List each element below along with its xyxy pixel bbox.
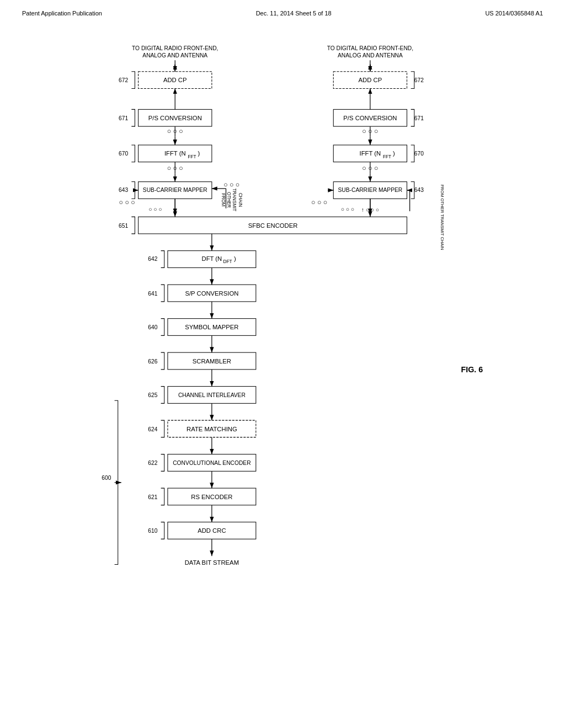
from-other-left-label3: TRANSMIT: [232, 188, 237, 211]
subcarrier-left-ref: 643: [119, 187, 128, 193]
subcarrier-right-label: SUB-CARRIER MAPPER: [338, 187, 402, 193]
sp-ref: 641: [148, 291, 157, 297]
addcrc-ref: 610: [148, 528, 157, 534]
title-right-line2: ANALOG AND ANTENNA: [338, 52, 403, 58]
title-left-line2: ANALOG AND ANTENNA: [142, 52, 207, 58]
symmap-ref: 640: [148, 324, 157, 330]
dots-above-from-other-left: ○ ○ ○: [223, 181, 239, 189]
header-right: US 2014/0365848 A1: [485, 10, 543, 17]
ps-right-label: P/S CONVERSION: [343, 115, 397, 121]
from-other-left-label4: CHAIN: [238, 193, 243, 207]
from-other-left-label2: OTHER: [226, 192, 231, 208]
ps-left-ref: 671: [119, 115, 128, 121]
system-ref: 600: [102, 475, 111, 481]
dots-left-of-subcarrier-left: ○ ○ ○: [119, 199, 135, 206]
dft-sub: DFT: [223, 259, 232, 264]
ps-right-ref: 671: [414, 115, 424, 121]
convenc-ref: 622: [148, 460, 157, 466]
data-bit-stream-label: DATA BIT STREAM: [185, 559, 239, 566]
ifft-left-label: IFFT (N: [164, 150, 186, 157]
ratematching-label: RATE MATCHING: [186, 426, 237, 432]
from-other-right: FROM OTHER TRANSMIT CHAIN: [440, 185, 445, 250]
header-middle: Dec. 11, 2014 Sheet 5 of 18: [256, 10, 332, 17]
scrambler-label: SCRAMBLER: [193, 358, 231, 365]
ifft-left-paren: ): [198, 150, 200, 157]
title-right-line1: TO DIGITAL RADIO FRONT-END,: [327, 45, 413, 51]
header-left: Patent Application Publication: [22, 10, 102, 17]
ratematching-ref: 624: [148, 426, 157, 432]
addcrc-label: ADD CRC: [198, 527, 226, 534]
dft-paren: ): [234, 255, 236, 262]
symmap-label: SYMBOL MAPPER: [185, 324, 238, 330]
ifft-left-sub: FFT: [188, 154, 196, 159]
scrambler-ref: 626: [148, 358, 157, 365]
dots-below-subcarrier-left: ○ ○ ○: [148, 206, 162, 212]
diagram-svg: TO DIGITAL RADIO FRONT-END, ANALOG AND A…: [48, 33, 517, 711]
chinterleaver-label: CHANNEL INTERLEAVER: [178, 392, 246, 398]
addcp-left-ref: 672: [119, 77, 128, 83]
sfbc-ref: 651: [119, 223, 128, 229]
ifft-right-sub: FFT: [383, 154, 391, 159]
dft-label: DFT (N: [202, 255, 222, 262]
diagram-container: TO DIGITAL RADIO FRONT-END, ANALOG AND A…: [0, 22, 565, 717]
ifft-right-ref: 670: [414, 151, 424, 157]
page-header: Patent Application Publication Dec. 11, …: [0, 0, 565, 22]
ifft-right-label: IFFT (N: [360, 150, 381, 157]
sp-label: S/P CONVERSION: [185, 290, 238, 297]
rsenc-label: RS ENCODER: [191, 494, 232, 500]
ifft-right-paren: ): [393, 150, 395, 157]
title-left-line1: TO DIGITAL RADIO FRONT-END,: [132, 45, 218, 51]
subcarrier-left-label: SUB-CARRIER MAPPER: [143, 187, 207, 193]
from-other-left-label: FROM: [221, 193, 226, 206]
ps-left-label: P/S CONVERSION: [148, 115, 202, 121]
addcp-left-label: ADD CP: [163, 77, 187, 83]
convenc-label: CONVOLUTIONAL ENCODER: [173, 460, 250, 466]
dft-ref: 642: [148, 256, 157, 262]
dots-below-subcarrier-right: ○ ○ ○: [341, 206, 354, 212]
sfbc-label: SFBC ENCODER: [248, 222, 298, 229]
chinterleaver-ref: 625: [148, 392, 157, 398]
dots-left-of-subcarrier-right: ○ ○ ○: [311, 199, 327, 206]
rsenc-ref: 621: [148, 494, 157, 500]
ifft-left-ref: 670: [119, 151, 128, 157]
addcp-right-label: ADD CP: [359, 77, 382, 83]
fig-label: FIG. 6: [461, 365, 483, 374]
addcp-right-ref: 672: [414, 77, 424, 83]
subcarrier-right-ref: 643: [414, 187, 424, 193]
